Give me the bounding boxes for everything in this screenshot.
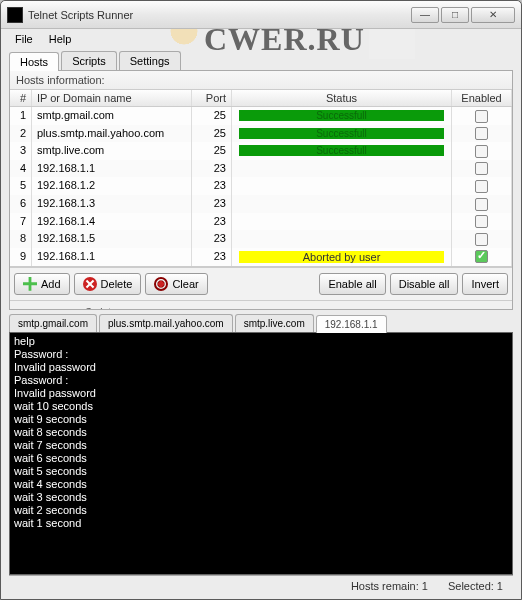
col-port[interactable]: Port (192, 90, 232, 106)
enabled-checkbox[interactable] (475, 198, 488, 211)
col-status[interactable]: Status (232, 90, 452, 106)
invert-button[interactable]: Invert (462, 273, 508, 295)
status-selected: Selected: 1 (448, 580, 503, 592)
clear-button[interactable]: Clear (145, 273, 207, 295)
table-body: 1smtp.gmail.com25Successfull2plus.smtp.m… (10, 107, 512, 266)
enabled-checkbox[interactable] (475, 110, 488, 123)
main-tabs: Hosts Scripts Settings (9, 51, 513, 71)
close-button[interactable]: ✕ (471, 7, 515, 23)
window-title: Telnet Scripts Runner (28, 9, 411, 21)
status-badge: Successfull (239, 128, 444, 139)
tab-settings[interactable]: Settings (119, 51, 181, 70)
tab-scripts[interactable]: Scripts (61, 51, 117, 70)
table-row[interactable]: 7192.168.1.423 (10, 213, 512, 231)
table-row[interactable]: 1smtp.gmail.com25Successfull (10, 107, 512, 125)
menubar: File Help (9, 29, 513, 51)
enabled-checkbox[interactable] (475, 127, 488, 140)
status-badge: Aborted by user (239, 251, 444, 263)
menu-file[interactable]: File (9, 31, 39, 47)
host-buttons-row: Add Delete Clear Enable all Disable all … (10, 267, 512, 300)
enabled-checkbox[interactable] (475, 162, 488, 175)
col-number[interactable]: # (10, 90, 32, 106)
add-button[interactable]: Add (14, 273, 70, 295)
script-bar: Start Script: Cisco - save config ▾ Edit… (10, 300, 512, 310)
table-row[interactable]: 9192.168.1.123Aborted by user (10, 248, 512, 266)
log-tab[interactable]: plus.smtp.mail.yahoo.com (99, 314, 233, 332)
log-tab[interactable]: smtp.live.com (235, 314, 314, 332)
hosts-info-label: Hosts information: (10, 71, 512, 90)
table-row[interactable]: 5192.168.1.223 (10, 177, 512, 195)
log-tab[interactable]: 192.168.1.1 (316, 315, 387, 333)
window-controls: — □ ✕ (411, 7, 515, 23)
status-badge: Successfull (239, 145, 444, 156)
app-icon (7, 7, 23, 23)
enabled-checkbox[interactable] (475, 250, 488, 263)
enabled-checkbox[interactable] (475, 215, 488, 228)
enabled-checkbox[interactable] (475, 180, 488, 193)
status-hosts-remain: Hosts remain: 1 (351, 580, 428, 592)
log-tab[interactable]: smtp.gmail.com (9, 314, 97, 332)
content: CWER.RU File Help Hosts Scripts Settings… (1, 29, 521, 599)
hosts-table: # IP or Domain name Port Status Enabled … (10, 90, 512, 267)
clear-icon (154, 277, 168, 291)
console-output[interactable]: help Password : Invalid password Passwor… (9, 332, 513, 576)
enabled-checkbox[interactable] (475, 233, 488, 246)
app-window: Telnet Scripts Runner — □ ✕ CWER.RU File… (0, 0, 522, 600)
maximize-button[interactable]: □ (441, 7, 469, 23)
table-row[interactable]: 8192.168.1.523 (10, 230, 512, 248)
plus-icon (23, 277, 37, 291)
table-row[interactable]: 2plus.smtp.mail.yahoo.com25Successfull (10, 125, 512, 143)
titlebar[interactable]: Telnet Scripts Runner — □ ✕ (1, 1, 521, 29)
tab-hosts[interactable]: Hosts (9, 52, 59, 71)
col-host[interactable]: IP or Domain name (32, 90, 192, 106)
hosts-panel: Hosts information: # IP or Domain name P… (9, 71, 513, 310)
disable-all-button[interactable]: Disable all (390, 273, 459, 295)
table-row[interactable]: 4192.168.1.123 (10, 160, 512, 178)
log-tabs: smtp.gmail.complus.smtp.mail.yahoo.comsm… (9, 310, 513, 332)
col-enabled[interactable]: Enabled (452, 90, 512, 106)
table-header: # IP or Domain name Port Status Enabled (10, 90, 512, 107)
delete-button[interactable]: Delete (74, 273, 142, 295)
minimize-button[interactable]: — (411, 7, 439, 23)
table-row[interactable]: 6192.168.1.323 (10, 195, 512, 213)
enable-all-button[interactable]: Enable all (319, 273, 385, 295)
menu-help[interactable]: Help (43, 31, 78, 47)
enabled-checkbox[interactable] (475, 145, 488, 158)
status-badge: Successfull (239, 110, 444, 121)
table-row[interactable]: 3smtp.live.com25Successfull (10, 142, 512, 160)
x-icon (83, 277, 97, 291)
statusbar: Hosts remain: 1 Selected: 1 (9, 575, 513, 595)
